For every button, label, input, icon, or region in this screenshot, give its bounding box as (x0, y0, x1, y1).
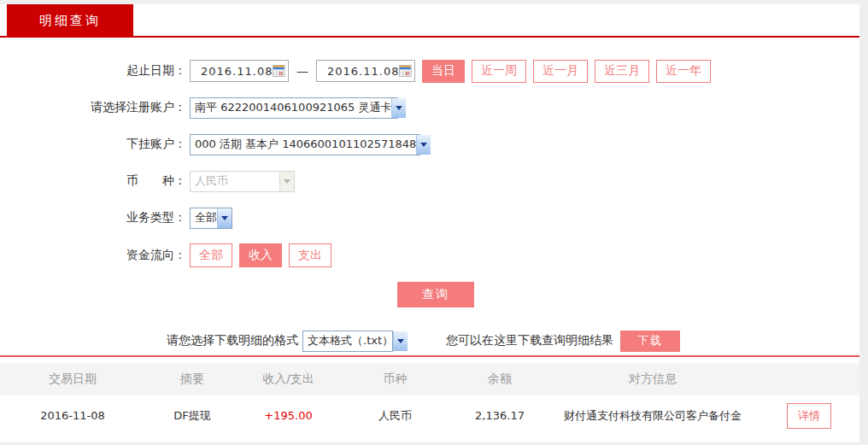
range-button-today[interactable]: 当日 (422, 60, 465, 83)
download-button[interactable]: 下载 (620, 331, 680, 352)
header-balance: 余额 (453, 372, 547, 387)
chevron-down-icon[interactable] (393, 331, 408, 351)
currency-row: 币 种： 人民币 (0, 170, 859, 192)
fund-flow-expense-button[interactable]: 支出 (289, 243, 331, 267)
register-account-label: 请选择注册账户： (0, 100, 186, 115)
header-currency: 币种 (337, 372, 453, 387)
download-format-select[interactable]: 文本格式（.txt） (302, 331, 393, 352)
range-button-last-year[interactable]: 近一年 (656, 60, 711, 83)
chevron-down-icon[interactable] (416, 135, 431, 155)
date-separator: — (296, 64, 308, 78)
table-top-divider (0, 355, 859, 357)
chevron-down-icon[interactable] (217, 208, 232, 228)
calendar-icon[interactable] (273, 64, 285, 78)
query-row: 查询 (0, 282, 859, 307)
end-date-input[interactable]: 2016.11.08 (316, 60, 415, 82)
table-header-row: 交易日期 摘要 收入/支出 币种 余额 对方信息 (0, 363, 859, 395)
currency-value: 人民币 (195, 173, 228, 189)
range-button-last-3-months[interactable]: 近三月 (595, 60, 649, 83)
sub-account-row: 下挂账户： 000 活期 基本户 1406600101102571848 (0, 133, 859, 155)
cell-summary: DF提现 (145, 408, 239, 424)
currency-select: 人民币 (190, 171, 295, 192)
fund-flow-row: 资金流向： 全部 收入 支出 (0, 243, 859, 267)
header-summary: 摘要 (145, 372, 239, 387)
currency-label: 币 种： (0, 173, 186, 189)
fund-flow-all-button[interactable]: 全部 (190, 243, 232, 267)
register-account-select[interactable]: 南平 6222001406100921065 灵通卡 (190, 97, 398, 119)
end-date-value: 2016.11.08 (327, 65, 399, 78)
range-button-last-week[interactable]: 近一周 (472, 60, 526, 83)
start-date-input[interactable]: 2016.11.08 (190, 60, 289, 82)
date-range-label: 起止日期： (0, 63, 186, 79)
tab-detail-query[interactable]: 明细查询 (7, 4, 133, 38)
start-date-value: 2016.11.08 (201, 65, 273, 78)
download-row: 请您选择下载明细的格式 文本格式（.txt） 您可以在这里下载查询明细结果 下载 (0, 330, 859, 352)
header-date: 交易日期 (0, 372, 145, 387)
content-panel: 明细查询 起止日期： 2016.11.08 (0, 4, 859, 442)
date-range-row: 起止日期： 2016.11.08 (0, 60, 859, 82)
cell-currency: 人民币 (337, 408, 453, 424)
download-format-label: 请您选择下载明细的格式 (167, 333, 298, 348)
cell-counterparty: 财付通支付科技有限公司客户备付金 (547, 408, 759, 424)
range-button-last-month[interactable]: 近一月 (533, 60, 588, 83)
chevron-down-icon (279, 172, 294, 191)
download-hint: 您可以在这里下载查询明细结果 (446, 333, 613, 348)
chevron-down-icon[interactable] (391, 98, 406, 118)
cell-amount: +195.00 (239, 409, 337, 422)
header-amount: 收入/支出 (239, 372, 337, 387)
query-form: 起止日期： 2016.11.08 (0, 38, 859, 352)
calendar-icon[interactable] (399, 64, 412, 78)
business-type-row: 业务类型： 全部 (0, 207, 859, 229)
table-row: 2016-11-08 DF提现 +195.00 人民币 2,136.17 财付通… (0, 395, 859, 436)
tab-bar: 明细查询 (0, 4, 859, 38)
download-format-value: 文本格式（.txt） (308, 333, 393, 348)
fund-flow-income-button[interactable]: 收入 (239, 243, 282, 267)
result-table: 交易日期 摘要 收入/支出 币种 余额 对方信息 2016-11-08 DF提现… (0, 363, 859, 436)
business-type-select[interactable]: 全部 (190, 208, 232, 229)
sub-account-select[interactable]: 000 活期 基本户 1406600101102571848 (190, 134, 420, 155)
fund-flow-label: 资金流向： (0, 248, 186, 263)
detail-button[interactable]: 详情 (787, 403, 831, 429)
header-counterparty: 对方信息 (547, 372, 759, 387)
query-button[interactable]: 查询 (397, 282, 474, 307)
register-account-value: 南平 6222001406100921065 灵通卡 (195, 100, 391, 115)
register-account-row: 请选择注册账户： 南平 6222001406100921065 灵通卡 (0, 97, 859, 119)
business-type-value: 全部 (195, 210, 217, 225)
cell-balance: 2,136.17 (453, 409, 547, 422)
business-type-label: 业务类型： (0, 210, 186, 225)
sub-account-value: 000 活期 基本户 1406600101102571848 (195, 137, 416, 152)
sub-account-label: 下挂账户： (0, 137, 186, 152)
cell-date: 2016-11-08 (0, 409, 145, 422)
